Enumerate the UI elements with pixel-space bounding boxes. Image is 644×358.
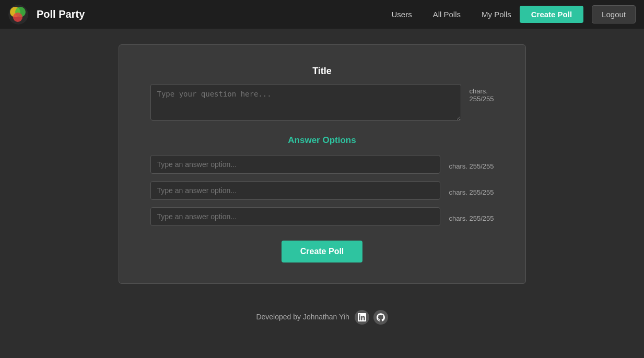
nav-link-my-polls[interactable]: My Polls: [482, 10, 511, 19]
answer-options-label: Answer Options: [150, 135, 494, 146]
answer-3-chars: chars. 255/255: [449, 211, 494, 222]
answer-2-chars: chars. 255/255: [449, 185, 494, 196]
svg-point-3: [13, 13, 22, 22]
nav-link-users[interactable]: Users: [392, 10, 412, 19]
logout-button[interactable]: Logout: [592, 5, 636, 23]
main-content: Title chars. 255/255 Answer Options char…: [0, 29, 644, 294]
answer-row-3: chars. 255/255: [150, 207, 494, 226]
github-icon[interactable]: [373, 310, 388, 325]
answer-row-1: chars. 255/255: [150, 155, 494, 174]
title-textarea[interactable]: [150, 84, 461, 121]
answer-1-chars: chars. 255/255: [449, 159, 494, 170]
app-brand: Poll Party: [37, 8, 85, 20]
footer-icons: [355, 310, 388, 325]
app-logo: [8, 5, 28, 25]
title-chars-count: 255/255: [470, 95, 494, 103]
navbar: Poll Party Users All Polls My Polls Crea…: [0, 0, 644, 29]
answer-input-2[interactable]: [150, 181, 441, 200]
linkedin-svg: [358, 313, 366, 321]
title-chars-container: chars. 255/255: [470, 84, 494, 103]
footer: Developed by Johnathan Yih: [0, 294, 644, 332]
create-poll-nav-button[interactable]: Create Poll: [520, 6, 583, 23]
answer-input-3[interactable]: [150, 207, 441, 226]
title-chars-label: chars.: [470, 87, 488, 95]
linkedin-icon[interactable]: [355, 310, 369, 325]
title-row: chars. 255/255: [150, 84, 494, 121]
nav-link-all-polls[interactable]: All Polls: [433, 10, 461, 19]
github-svg: [377, 313, 385, 321]
answer-input-1[interactable]: [150, 155, 441, 174]
footer-text: Developed by Johnathan Yih: [256, 313, 349, 321]
create-poll-button[interactable]: Create Poll: [282, 241, 363, 262]
create-poll-card: Title chars. 255/255 Answer Options char…: [119, 44, 526, 284]
answer-row-2: chars. 255/255: [150, 181, 494, 200]
nav-links: Users All Polls My Polls: [392, 10, 511, 19]
title-section-label: Title: [150, 66, 494, 77]
